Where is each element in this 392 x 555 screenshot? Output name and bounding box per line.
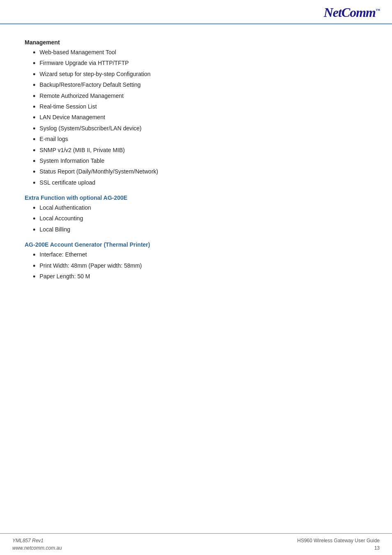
list-item-text: Local Authentication xyxy=(39,204,91,212)
list-item-text: SSL certificate upload xyxy=(39,178,95,187)
list-item: SNMP v1/v2 (MIB II, Private MIB) xyxy=(25,146,367,155)
section-list-management: Web-based Management ToolFirmware Upgrad… xyxy=(25,48,367,188)
list-item-text: Paper Length: 50 M xyxy=(39,272,90,281)
section-heading-ag200e: AG-200E Account Generator (Thermal Print… xyxy=(25,241,367,248)
list-item-text: Wizard setup for step-by-step Configurat… xyxy=(39,70,150,79)
page-footer: YML857 Rev1 www.netcomm.com.au HS960 Wir… xyxy=(0,533,392,555)
list-item-text: Web-based Management Tool xyxy=(39,48,116,57)
list-item: Print Width: 48mm (Paper width: 58mm) xyxy=(25,261,367,271)
list-item: Paper Length: 50 M xyxy=(25,272,367,282)
list-item: System Information Table xyxy=(25,157,367,166)
list-item: LAN Device Management xyxy=(25,113,367,123)
list-item: Firmware Upgrade via HTTP/TFTP xyxy=(25,59,367,68)
list-item-text: Backup/Restore/Factory Default Setting xyxy=(39,81,141,89)
list-item: Local Billing xyxy=(25,225,367,235)
list-item-text: Real-time Session List xyxy=(39,102,97,111)
list-item: Backup/Restore/Factory Default Setting xyxy=(25,81,367,90)
list-item-text: LAN Device Management xyxy=(39,113,105,122)
list-item: Interface: Ethernet xyxy=(25,250,367,260)
list-item: Local Authentication xyxy=(25,204,367,213)
footer-doc-id: YML857 Rev1 xyxy=(12,537,62,544)
list-item-text: Print Width: 48mm (Paper width: 58mm) xyxy=(39,261,142,270)
page-container: NetComm™ ManagementWeb-based Management … xyxy=(0,0,392,555)
list-item: Web-based Management Tool xyxy=(25,48,367,58)
list-item-text: Interface: Ethernet xyxy=(39,250,87,259)
list-item-text: Remote Authorized Management xyxy=(39,92,124,100)
footer-right: HS960 Wireless Gateway User Guide 13 xyxy=(297,537,380,552)
list-item-text: Local Billing xyxy=(39,225,70,234)
logo-text: NetComm™ xyxy=(324,5,380,20)
section-ag200e: AG-200E Account Generator (Thermal Print… xyxy=(25,241,367,282)
footer-website: www.netcomm.com.au xyxy=(12,544,62,552)
list-item-text: System Information Table xyxy=(39,157,104,165)
page-header: NetComm™ xyxy=(0,0,392,24)
section-list-extra-function: Local AuthenticationLocal AccountingLoca… xyxy=(25,204,367,235)
section-heading-extra-function: Extra Function with optional AG-200E xyxy=(25,194,367,201)
footer-guide-title: HS960 Wireless Gateway User Guide xyxy=(297,537,380,544)
list-item: Real-time Session List xyxy=(25,102,367,112)
list-item-text: Local Accounting xyxy=(39,214,83,223)
footer-page-number: 13 xyxy=(297,544,380,552)
list-item: SSL certificate upload xyxy=(25,178,367,188)
list-item-text: Firmware Upgrade via HTTP/TFTP xyxy=(39,59,129,67)
section-extra-function: Extra Function with optional AG-200ELoca… xyxy=(25,194,367,235)
list-item: Wizard setup for step-by-step Configurat… xyxy=(25,70,367,79)
list-item: Local Accounting xyxy=(25,214,367,224)
list-item-text: Status Report (Daily/Monthly/System/Netw… xyxy=(39,167,158,176)
list-item-text: Syslog (System/Subscriber/LAN device) xyxy=(39,124,141,133)
section-management: ManagementWeb-based Management ToolFirmw… xyxy=(25,39,367,188)
list-item: Remote Authorized Management xyxy=(25,92,367,101)
list-item-text: SNMP v1/v2 (MIB II, Private MIB) xyxy=(39,146,125,155)
logo-name: NetComm xyxy=(324,5,376,20)
main-content: ManagementWeb-based Management ToolFirmw… xyxy=(0,24,392,533)
list-item: E-mail logs xyxy=(25,135,367,144)
section-heading-management: Management xyxy=(25,39,367,46)
logo-trademark: ™ xyxy=(376,8,380,13)
section-list-ag200e: Interface: EthernetPrint Width: 48mm (Pa… xyxy=(25,250,367,282)
list-item: Syslog (System/Subscriber/LAN device) xyxy=(25,124,367,134)
footer-left: YML857 Rev1 www.netcomm.com.au xyxy=(12,537,62,552)
logo-area: NetComm™ xyxy=(324,5,380,20)
list-item: Status Report (Daily/Monthly/System/Netw… xyxy=(25,167,367,177)
list-item-text: E-mail logs xyxy=(39,135,68,143)
